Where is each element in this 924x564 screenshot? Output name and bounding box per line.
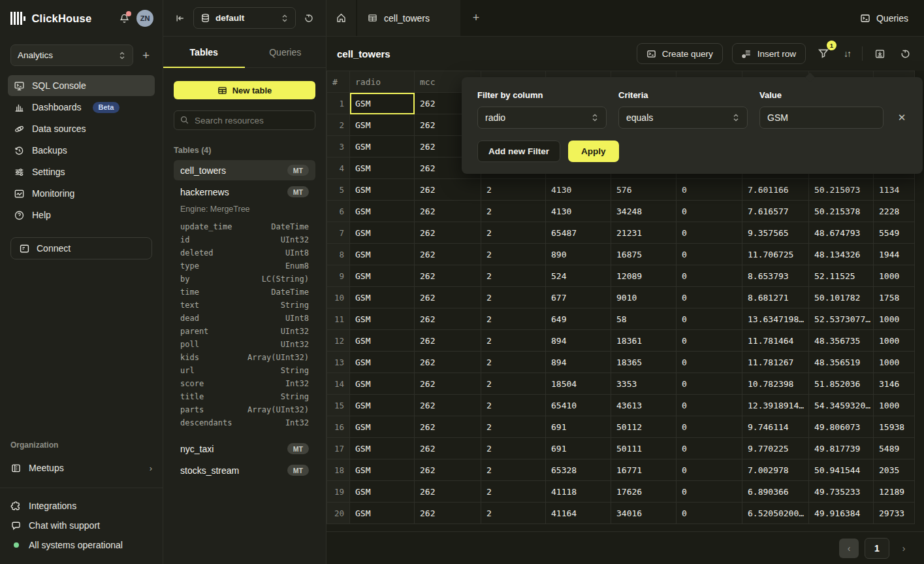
cell[interactable]: GSM (350, 136, 415, 158)
remove-filter-icon[interactable]: ✕ (898, 112, 906, 124)
prev-page-button[interactable]: ‹ (839, 539, 859, 558)
cell[interactable]: 65487 (546, 222, 611, 244)
cell[interactable]: 0 (677, 459, 742, 481)
cell[interactable]: 2 (481, 373, 546, 395)
cell[interactable]: 17626 (611, 481, 677, 503)
table-list-item-nyc-taxi[interactable]: nyc_taxi MT (174, 439, 315, 459)
cell[interactable]: 0 (677, 481, 742, 503)
cell[interactable]: 41118 (546, 481, 611, 503)
cell[interactable]: 9.746114 (742, 416, 809, 438)
cell[interactable]: GSM (350, 222, 415, 244)
cell[interactable]: 890 (546, 244, 611, 265)
cell[interactable]: 262 (415, 352, 481, 373)
cell[interactable]: 0 (677, 373, 742, 395)
cell[interactable]: 49.806073 (809, 416, 874, 438)
cell[interactable]: 1944 (874, 244, 915, 265)
add-new-filter-button[interactable]: Add new Filter (477, 141, 560, 162)
cell[interactable]: GSM (350, 330, 415, 352)
cell[interactable]: 894 (546, 330, 611, 352)
cell[interactable]: 2228 (874, 201, 915, 222)
cell[interactable]: GSM (350, 438, 415, 459)
cell[interactable]: 4130 (546, 179, 611, 201)
cell[interactable]: 262 (415, 373, 481, 395)
cell[interactable]: 18504 (546, 373, 611, 395)
cell[interactable]: 58 (611, 308, 677, 330)
cell[interactable]: 2 (481, 481, 546, 503)
cell[interactable]: 52.11525 (809, 265, 874, 287)
collapse-panel-icon[interactable] (172, 10, 188, 26)
table-list-item-stocks-stream[interactable]: stocks_stream MT (174, 460, 315, 480)
cell[interactable]: GSM (350, 308, 415, 330)
cell[interactable]: 262 (415, 287, 481, 308)
cell[interactable]: 524 (546, 265, 611, 287)
cell[interactable]: 2 (481, 201, 546, 222)
new-tab-button[interactable]: + (460, 0, 492, 36)
cell[interactable]: 2 (481, 265, 546, 287)
cell[interactable]: 3353 (611, 373, 677, 395)
cell[interactable]: 50112 (611, 416, 677, 438)
tab-cell-towers[interactable]: cell_towers (357, 0, 460, 36)
cell[interactable]: 12189 (874, 481, 915, 503)
cell[interactable]: 18361 (611, 330, 677, 352)
cell[interactable]: 10.782398 (742, 373, 809, 395)
apply-filter-button[interactable]: Apply (568, 141, 619, 162)
cell[interactable]: GSM (350, 352, 415, 373)
cell[interactable]: 52.5373077… (809, 308, 874, 330)
cell[interactable]: 65328 (546, 459, 611, 481)
cell[interactable]: 649 (546, 308, 611, 330)
sidebar-item-settings[interactable]: Settings (8, 161, 155, 182)
cell[interactable]: 50.215073 (809, 179, 874, 201)
cell[interactable]: GSM (350, 201, 415, 222)
cell[interactable]: 2 (481, 308, 546, 330)
cell[interactable]: 262 (415, 481, 481, 503)
cell[interactable]: GSM (350, 114, 415, 136)
cell[interactable]: 691 (546, 438, 611, 459)
cell[interactable]: 6.52050200… (742, 503, 809, 524)
cell[interactable]: 0 (677, 265, 742, 287)
cell[interactable]: 11.781267 (742, 352, 809, 373)
cell[interactable]: 2 (481, 222, 546, 244)
table-list-item-cell-towers[interactable]: cell_towers MT (174, 160, 315, 180)
cell[interactable]: 0 (677, 244, 742, 265)
cell[interactable]: 2035 (874, 459, 915, 481)
new-table-button[interactable]: New table (174, 81, 315, 99)
cell[interactable]: 262 (415, 244, 481, 265)
cell[interactable]: 54.3459320… (809, 395, 874, 416)
cell[interactable]: 4130 (546, 201, 611, 222)
tab-queries[interactable]: Queries (245, 37, 327, 67)
cell[interactable]: 262 (415, 395, 481, 416)
cell[interactable]: 12089 (611, 265, 677, 287)
cell[interactable]: 2 (481, 459, 546, 481)
cell[interactable]: 13.6347198… (742, 308, 809, 330)
insert-row-button[interactable]: Insert row (732, 43, 806, 64)
cell[interactable]: 1758 (874, 287, 915, 308)
cell[interactable]: 11.706725 (742, 244, 809, 265)
cell[interactable]: 48.356735 (809, 330, 874, 352)
cell[interactable]: GSM (350, 373, 415, 395)
cell[interactable]: 34016 (611, 503, 677, 524)
cell[interactable]: GSM (350, 416, 415, 438)
cell[interactable]: 51.852036 (809, 373, 874, 395)
cell[interactable]: 5489 (874, 438, 915, 459)
cell[interactable]: 691 (546, 416, 611, 438)
cell[interactable]: 0 (677, 330, 742, 352)
cell[interactable]: 9.770225 (742, 438, 809, 459)
cell[interactable]: 15938 (874, 416, 915, 438)
table-list-item-hackernews[interactable]: hackernews MT (174, 182, 315, 202)
cell[interactable]: 8.653793 (742, 265, 809, 287)
workspace-select[interactable]: Analytics (10, 44, 133, 66)
sidebar-item-monitoring[interactable]: Monitoring (8, 183, 155, 204)
cell[interactable]: 262 (415, 265, 481, 287)
next-page-button[interactable]: › (895, 543, 912, 554)
cell[interactable]: 262 (415, 308, 481, 330)
cell[interactable]: GSM (350, 395, 415, 416)
cell[interactable]: 1000 (874, 395, 915, 416)
current-page[interactable]: 1 (865, 538, 889, 559)
cell[interactable]: 50111 (611, 438, 677, 459)
add-workspace-button[interactable]: + (140, 48, 152, 63)
criteria-select[interactable]: equals (618, 107, 748, 129)
cell[interactable]: 2 (481, 244, 546, 265)
cell[interactable]: 262 (415, 179, 481, 201)
cell[interactable]: 1000 (874, 330, 915, 352)
cell[interactable]: 2 (481, 287, 546, 308)
